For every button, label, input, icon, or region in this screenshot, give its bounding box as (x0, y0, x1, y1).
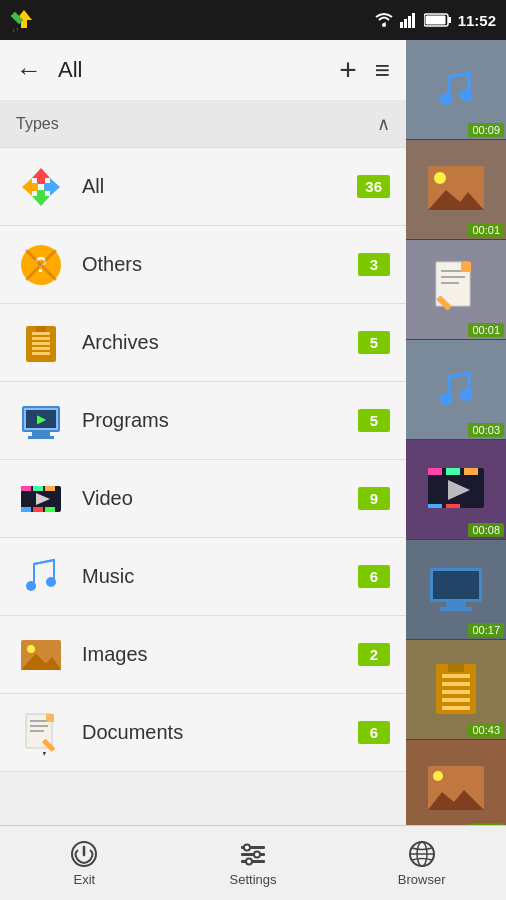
right-sidebar: 00:09 00:01 00:01 00:03 (406, 40, 506, 825)
svg-rect-75 (446, 602, 466, 607)
archives-icon (16, 318, 66, 368)
nav-browser[interactable]: Browser (337, 826, 506, 900)
svg-point-93 (254, 851, 260, 857)
music-label: Music (82, 565, 358, 588)
svg-rect-10 (425, 16, 445, 25)
images-icon (16, 630, 66, 680)
svg-point-65 (460, 389, 472, 401)
page-title: All (58, 57, 323, 83)
documents-icon (16, 708, 66, 758)
type-item-others[interactable]: ? Others 3 (0, 226, 406, 304)
type-item-video[interactable]: Video 9 (0, 460, 406, 538)
status-bar: ↓↑ 11:52 (0, 0, 506, 40)
video-icon (16, 474, 66, 524)
types-collapse-button[interactable]: ∧ (377, 113, 390, 135)
svg-point-40 (26, 581, 36, 591)
thumb-item[interactable]: 00:01 (406, 240, 506, 340)
status-bar-left: ↓↑ (10, 6, 38, 34)
all-count: 36 (357, 175, 390, 198)
svg-rect-36 (21, 507, 31, 512)
type-item-music[interactable]: Music 6 (0, 538, 406, 616)
svg-rect-70 (428, 504, 442, 508)
svg-rect-47 (30, 720, 48, 722)
svg-rect-33 (21, 486, 31, 491)
thumb-item[interactable]: 00:09 (406, 40, 506, 140)
thumb-time: 00:17 (468, 623, 504, 637)
thumb-item[interactable]: 00:43 (406, 640, 506, 740)
type-item-programs[interactable]: ▶ Programs 5 (0, 382, 406, 460)
toolbar: ← All + ≡ (0, 40, 406, 100)
svg-rect-22 (32, 337, 50, 340)
type-item-archives[interactable]: Archives 5 (0, 304, 406, 382)
svg-rect-7 (412, 13, 415, 28)
svg-rect-5 (404, 19, 407, 28)
thumb-item[interactable]: 00:01 (406, 140, 506, 240)
thumb-item[interactable]: 00:03 (406, 340, 506, 440)
thumb-video-icon (426, 462, 486, 517)
svg-rect-21 (32, 332, 50, 335)
battery-icon (424, 12, 452, 28)
svg-point-54 (460, 89, 472, 101)
svg-rect-6 (408, 16, 411, 28)
svg-rect-25 (32, 352, 50, 355)
svg-rect-29 (28, 436, 54, 439)
programs-label: Programs (82, 409, 358, 432)
thumb-music2-icon (431, 365, 481, 415)
svg-point-3 (382, 23, 386, 27)
svg-rect-20 (36, 326, 46, 332)
type-item-all[interactable]: All 36 (0, 148, 406, 226)
thumb-item[interactable]: 00:17 (406, 540, 506, 640)
all-label: All (82, 175, 357, 198)
svg-rect-74 (433, 571, 479, 599)
svg-marker-14 (22, 178, 38, 196)
images-label: Images (82, 643, 358, 666)
svg-rect-28 (32, 432, 50, 436)
svg-rect-78 (448, 664, 464, 672)
bottom-nav: Exit Settings Browser (0, 825, 506, 900)
thumb-time: 00:43 (468, 723, 504, 737)
others-icon: ? (16, 240, 66, 290)
svg-rect-80 (442, 682, 470, 686)
svg-point-41 (46, 577, 56, 587)
svg-rect-61 (441, 282, 459, 284)
others-count: 3 (358, 253, 390, 276)
images-count: 2 (358, 643, 390, 666)
wifi-icon (374, 12, 394, 28)
thumb-image-icon (426, 162, 486, 217)
thumb-time: 00:08 (468, 523, 504, 537)
svg-rect-79 (442, 674, 470, 678)
svg-rect-62 (461, 262, 471, 272)
svg-rect-68 (446, 468, 460, 475)
svg-text:▶: ▶ (37, 412, 47, 426)
documents-count: 6 (358, 721, 390, 744)
thumb-document-icon (431, 260, 481, 320)
nav-exit[interactable]: Exit (0, 826, 169, 900)
add-button[interactable]: + (339, 53, 357, 87)
svg-marker-12 (44, 178, 60, 196)
nav-settings[interactable]: Settings (169, 826, 338, 900)
programs-icon: ▶ (16, 396, 66, 446)
status-bar-right: 11:52 (374, 12, 496, 29)
thumb-music-icon (431, 65, 481, 115)
type-item-images[interactable]: Images 2 (0, 616, 406, 694)
svg-rect-34 (33, 486, 43, 491)
svg-point-56 (434, 172, 446, 184)
music-count: 6 (358, 565, 390, 588)
back-button[interactable]: ← (16, 55, 42, 86)
thumb-program-icon (426, 562, 486, 617)
thumb-item[interactable]: 00:02 (406, 740, 506, 825)
type-item-documents[interactable]: Documents 6 (0, 694, 406, 772)
thumb-item[interactable]: 00:08 (406, 440, 506, 540)
thumb-time: 00:03 (468, 423, 504, 437)
app-download-icon: ↓↑ (10, 6, 38, 34)
others-label: Others (82, 253, 358, 276)
svg-rect-69 (464, 468, 478, 475)
types-header-label: Types (16, 115, 59, 133)
settings-icon (239, 840, 267, 868)
svg-rect-35 (45, 486, 55, 491)
types-section: Types ∧ All 36 ? Others 3 (0, 100, 406, 825)
thumb-archive-icon (434, 662, 478, 717)
menu-button[interactable]: ≡ (375, 55, 390, 86)
svg-text:↓↑: ↓↑ (12, 26, 19, 33)
thumb-time: 00:01 (468, 223, 504, 237)
